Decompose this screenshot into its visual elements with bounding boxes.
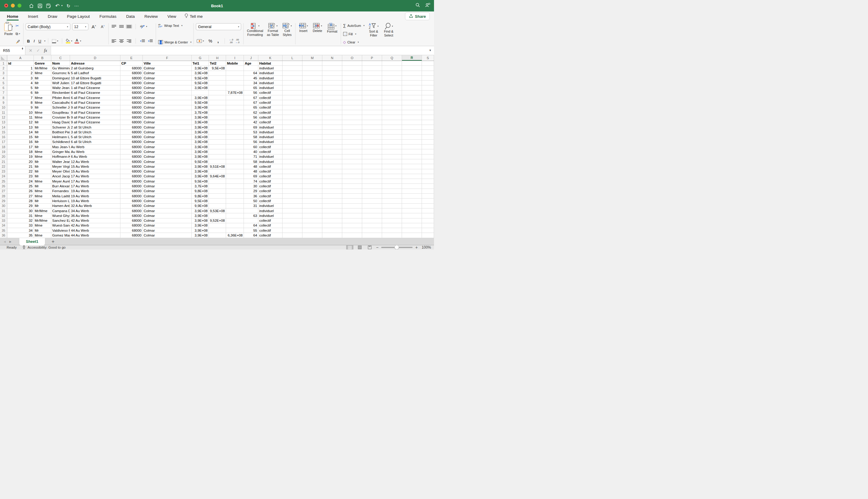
align-middle-button[interactable] [118, 24, 125, 29]
cell-E16[interactable]: 68000 [120, 135, 143, 139]
cell-S4[interactable] [422, 76, 434, 81]
cell-K12[interactable]: collectif [258, 115, 282, 120]
row-header-16[interactable]: 16 [0, 135, 7, 139]
cell-A4[interactable]: 3 [7, 76, 34, 81]
cell-H15[interactable] [209, 130, 226, 135]
cell-F36[interactable]: Colmar [143, 233, 192, 238]
cell-P30[interactable] [362, 204, 382, 208]
cell-B34[interactable]: Mme [34, 223, 51, 228]
cell-P4[interactable] [362, 76, 382, 81]
cell-B16[interactable]: Mr [34, 135, 51, 139]
cell-N14[interactable] [322, 125, 342, 130]
cell-C8[interactable]: Pfister Annie [51, 95, 70, 100]
cell-P8[interactable] [362, 95, 382, 100]
cell-L1[interactable] [282, 61, 302, 66]
cell-F17[interactable]: Colmar [143, 140, 192, 145]
cell-M3[interactable] [302, 71, 322, 76]
align-center-button[interactable] [118, 39, 125, 43]
cell-F14[interactable]: Colmar [143, 125, 192, 130]
cell-L35[interactable] [282, 228, 302, 233]
row-header-14[interactable]: 14 [0, 125, 7, 130]
cell-F12[interactable]: Colmar [143, 115, 192, 120]
cell-L31[interactable] [282, 208, 302, 213]
cell-H19[interactable] [209, 149, 226, 154]
cell-F1[interactable]: Ville [143, 61, 192, 66]
cell-C7[interactable]: Rinckenberge [51, 90, 70, 95]
cell-D8[interactable]: 6 all Paul Cézanne [70, 95, 120, 100]
cell-A8[interactable]: 7 [7, 95, 34, 100]
zoom-slider[interactable] [381, 247, 412, 248]
cell-K29[interactable]: collectif [258, 198, 282, 203]
cell-J2[interactable] [244, 66, 258, 71]
cell-O9[interactable] [342, 100, 362, 105]
cell-C5[interactable]: Wolf Julien [51, 81, 70, 85]
cell-R1[interactable] [402, 61, 422, 66]
cell-E1[interactable]: CP [120, 61, 143, 66]
cell-F19[interactable]: Colmar [143, 149, 192, 154]
cell-Q10[interactable] [382, 105, 402, 110]
cell-A28[interactable]: 27 [7, 194, 34, 198]
paste-button[interactable]: ▾ Paste [3, 23, 14, 45]
cell-I14[interactable] [226, 125, 244, 130]
cell-S29[interactable] [422, 198, 434, 203]
cell-D18[interactable]: Au Werb [70, 145, 120, 149]
cell-L21[interactable] [282, 159, 302, 164]
row-header-6[interactable]: 6 [0, 85, 7, 90]
row-header-18[interactable]: 18 [0, 145, 7, 149]
cell-J35[interactable]: 55 [244, 228, 258, 233]
cell-C6[interactable]: Waltz Jean-F [51, 85, 70, 90]
cell-C35[interactable]: Valdivieso Fr [51, 228, 70, 233]
cell-G32[interactable]: 3,9E+08 [192, 213, 209, 218]
cell-S15[interactable] [422, 130, 434, 135]
align-bottom-button[interactable] [126, 24, 132, 29]
cell-S13[interactable] [422, 120, 434, 125]
cell-S26[interactable] [422, 184, 434, 188]
cell-K15[interactable]: individuel [258, 130, 282, 135]
cell-S25[interactable] [422, 179, 434, 184]
cell-R34[interactable] [402, 223, 422, 228]
row-header-8[interactable]: 8 [0, 95, 7, 100]
cell-M9[interactable] [302, 100, 322, 105]
cell-N8[interactable] [322, 95, 342, 100]
cell-B2[interactable]: Mr/Mme [34, 66, 51, 71]
cell-D5[interactable]: 17 all Ettore Bugatti [70, 81, 120, 85]
cell-C18[interactable]: Mas Jean-Yv [51, 145, 70, 149]
cell-O12[interactable] [342, 115, 362, 120]
cell-S3[interactable] [422, 71, 434, 76]
cell-I4[interactable] [226, 76, 244, 81]
cell-Q32[interactable] [382, 213, 402, 218]
font-size-select[interactable]: 12▾ [72, 23, 88, 30]
cell-O15[interactable] [342, 130, 362, 135]
cell-M17[interactable] [302, 140, 322, 145]
zoom-in-button[interactable]: + [415, 245, 418, 250]
cell-C10[interactable]: Schneller Jea [51, 105, 70, 110]
cell-K2[interactable]: individuel [258, 66, 282, 71]
cell-C9[interactable]: Cascabulho N [51, 100, 70, 105]
cell-B5[interactable]: Mr [34, 81, 51, 85]
cell-F15[interactable]: Colmar [143, 130, 192, 135]
cell-K9[interactable]: collectif [258, 100, 282, 105]
cell-B27[interactable]: Mme [34, 189, 51, 194]
cell-E26[interactable]: 68000 [120, 184, 143, 188]
column-header-K[interactable]: K [258, 55, 282, 61]
cell-A33[interactable]: 32 [7, 218, 34, 223]
cell-M33[interactable] [302, 218, 322, 223]
cell-N6[interactable] [322, 85, 342, 90]
cell-G22[interactable]: 3,9E+08 [192, 164, 209, 169]
cell-N13[interactable] [322, 120, 342, 125]
cell-E32[interactable]: 68000 [120, 213, 143, 218]
tab-page-layout[interactable]: Page Layout [67, 11, 90, 21]
cell-L11[interactable] [282, 110, 302, 115]
cell-E6[interactable]: 68000 [120, 85, 143, 90]
cell-D2[interactable]: 2 all Guirsberg [70, 66, 120, 71]
cell-M2[interactable] [302, 66, 322, 71]
normal-view-button[interactable] [346, 245, 353, 250]
cell-O4[interactable] [342, 76, 362, 81]
cell-O26[interactable] [342, 184, 362, 188]
cell-A31[interactable]: 30 [7, 208, 34, 213]
cell-J22[interactable]: 48 [244, 164, 258, 169]
cell-J11[interactable]: 62 [244, 110, 258, 115]
cell-S2[interactable] [422, 66, 434, 71]
cell-L29[interactable] [282, 198, 302, 203]
borders-button[interactable]: ▾ [51, 39, 59, 44]
